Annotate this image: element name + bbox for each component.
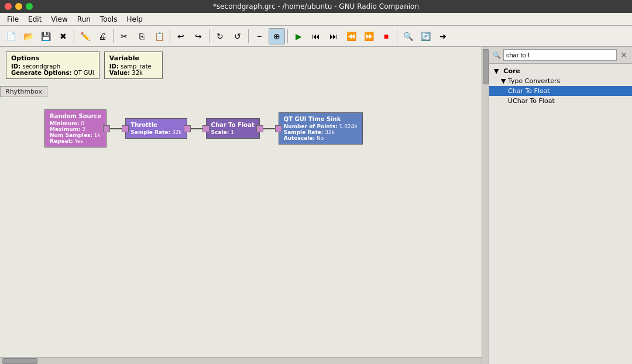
menubar: File Edit View Run Tools Help <box>0 13 632 26</box>
variable-value-label: Value: 32k <box>109 70 157 76</box>
ctf-out-port <box>256 125 263 132</box>
main-area: Options ID: secondgraph Generate Options… <box>0 47 632 364</box>
ctf-in-port <box>202 125 209 132</box>
menu-view[interactable]: View <box>46 14 72 25</box>
rs-repeat: Repeat: Yes <box>50 138 101 144</box>
throttle-out-port <box>184 125 191 132</box>
variable-block[interactable]: Variable ID: samp_rate Value: 32k <box>104 51 163 79</box>
tree-item-uchar-to-float[interactable]: UChar To Float <box>489 96 632 106</box>
random-source-out-port <box>103 125 110 132</box>
search-clear-button[interactable]: ✕ <box>619 50 628 60</box>
random-source-block[interactable]: Random Source Minimum: 0 Maximum: 2 Num … <box>44 109 107 147</box>
block-tree: ▼ Core ▼ Type Converters Char To Float U… <box>489 64 632 364</box>
toolbar-separator-2 <box>113 29 114 43</box>
zoom-out-button[interactable]: − <box>251 28 267 44</box>
copy-button[interactable]: ⎘ <box>133 28 150 44</box>
variable-id-label: ID: samp_rate <box>109 63 157 70</box>
menu-file[interactable]: File <box>2 14 23 25</box>
rotate-cw-button[interactable]: ↻ <box>212 28 228 44</box>
play-button[interactable]: ▶ <box>290 28 307 44</box>
flow-area: Rhythmbox Random Source Minimum: 0 Maxim… <box>0 86 489 364</box>
rotate-ccw-button[interactable]: ↺ <box>229 28 246 44</box>
options-id-label: ID: secondgraph <box>11 63 94 70</box>
canvas-scrollbar[interactable] <box>482 47 489 364</box>
variable-block-title: Variable <box>109 54 157 62</box>
canvas-area[interactable]: Options ID: secondgraph Generate Options… <box>0 47 489 364</box>
toolbar: 📄 📂 💾 ✖ ✏️ 🖨 ✂ ⎘ 📋 ↩ ↪ ↻ ↺ − ⊕ ▶ ⏮ ⏭ ⏪ ⏩… <box>0 26 632 47</box>
throttle-rate: Sample Rate: 32k <box>130 129 181 135</box>
step-forward-button[interactable]: ⏭ <box>325 28 342 44</box>
save-button[interactable]: 💾 <box>37 28 54 44</box>
titlebar: *secondgraph.grc - /home/ubuntu - GNU Ra… <box>0 0 632 13</box>
toolbar-separator-3 <box>170 29 170 43</box>
rs-min: Minimum: 0 <box>50 121 101 126</box>
block-select-button[interactable]: ⊕ <box>269 28 285 44</box>
toolbar-separator-4 <box>209 29 209 43</box>
options-block-title: Options <box>11 54 94 62</box>
tree-category-core[interactable]: ▼ Core <box>489 66 632 76</box>
maximize-button[interactable] <box>26 3 33 10</box>
tree-subcategory-type-converters[interactable]: ▼ Type Converters <box>489 76 632 86</box>
edit-button[interactable]: ✏️ <box>77 28 93 44</box>
char-to-float-block[interactable]: Char To Float Scale: 1 <box>206 118 260 139</box>
qt-gui-time-sink-block[interactable]: QT GUI Time Sink Number of Points: 1.024… <box>279 112 363 145</box>
stop-button[interactable]: ■ <box>378 28 394 44</box>
minimize-button[interactable] <box>15 3 22 10</box>
menu-edit[interactable]: Edit <box>23 14 46 25</box>
rs-max: Maximum: 2 <box>50 126 101 132</box>
close-file-button[interactable]: ✖ <box>55 28 71 44</box>
ctf-scale: Scale: 1 <box>211 129 255 135</box>
print-button[interactable]: 🖨 <box>94 28 111 44</box>
throttle-title: Throttle <box>130 122 181 128</box>
cut-button[interactable]: ✂ <box>116 28 132 44</box>
qgts-points: Number of Points: 1.024k <box>284 123 358 129</box>
toolbar-separator-1 <box>74 29 74 43</box>
qgts-auto: Autoscale: No <box>284 135 358 141</box>
search-input[interactable] <box>503 49 617 61</box>
step-back-button[interactable]: ⏮ <box>308 28 324 44</box>
top-blocks: Options ID: secondgraph Generate Options… <box>0 47 489 84</box>
core-label: Core <box>503 67 520 75</box>
type-converters-expand-arrow: ▼ <box>501 77 506 85</box>
search-bar: 🔍 ✕ <box>489 47 632 64</box>
search-icon: 🔍 <box>493 51 501 59</box>
qgts-title: QT GUI Time Sink <box>284 116 358 122</box>
redo-button[interactable]: ↪ <box>190 28 207 44</box>
toolbar-separator-7 <box>397 29 397 43</box>
close-button[interactable] <box>5 3 12 10</box>
qgts-in-port <box>275 125 282 132</box>
search-button[interactable]: 🔍 <box>400 28 416 44</box>
undo-button[interactable]: ↩ <box>173 28 189 44</box>
options-generate-label: Generate Options: QT GUI <box>11 70 94 76</box>
rhythmbox-label: Rhythmbox <box>0 86 47 97</box>
menu-run[interactable]: Run <box>73 14 95 25</box>
new-button[interactable]: 📄 <box>2 28 19 44</box>
win-controls <box>5 3 40 10</box>
window-title: *secondgraph.grc - /home/ubuntu - GNU Ra… <box>40 2 592 11</box>
ctf-title: Char To Float <box>211 122 255 128</box>
char-to-float-label: Char To Float <box>508 87 550 95</box>
random-source-title: Random Source <box>50 113 101 119</box>
open-button[interactable]: 📂 <box>20 28 36 44</box>
flow-container: Random Source Minimum: 0 Maximum: 2 Num … <box>44 109 483 147</box>
options-block[interactable]: Options ID: secondgraph Generate Options… <box>6 51 99 79</box>
toolbar-separator-6 <box>287 29 288 43</box>
throttle-block[interactable]: Throttle Sample Rate: 32k <box>125 118 187 139</box>
canvas-bottom-scrollbar-thumb[interactable] <box>2 358 37 364</box>
rewind-button[interactable]: ⏪ <box>343 28 359 44</box>
refresh-button[interactable]: 🔄 <box>417 28 434 44</box>
tree-item-char-to-float[interactable]: Char To Float <box>489 86 632 96</box>
menu-help[interactable]: Help <box>122 14 147 25</box>
toolbar-separator-5 <box>248 29 249 43</box>
rs-samples: Num Samples: 1k <box>50 132 101 138</box>
arrow-right-button[interactable]: ➜ <box>435 28 451 44</box>
paste-button[interactable]: 📋 <box>151 28 167 44</box>
core-expand-arrow: ▼ <box>494 67 499 75</box>
canvas-scrollbar-thumb[interactable] <box>483 49 489 84</box>
canvas-bottom-scrollbar[interactable] <box>0 357 482 364</box>
menu-tools[interactable]: Tools <box>95 14 122 25</box>
right-panel: 🔍 ✕ ▼ Core ▼ Type Converters Char To Flo… <box>489 47 632 364</box>
uchar-to-float-label: UChar To Float <box>508 97 555 105</box>
type-converters-label: Type Converters <box>508 77 560 85</box>
fast-forward-button[interactable]: ⏩ <box>360 28 377 44</box>
